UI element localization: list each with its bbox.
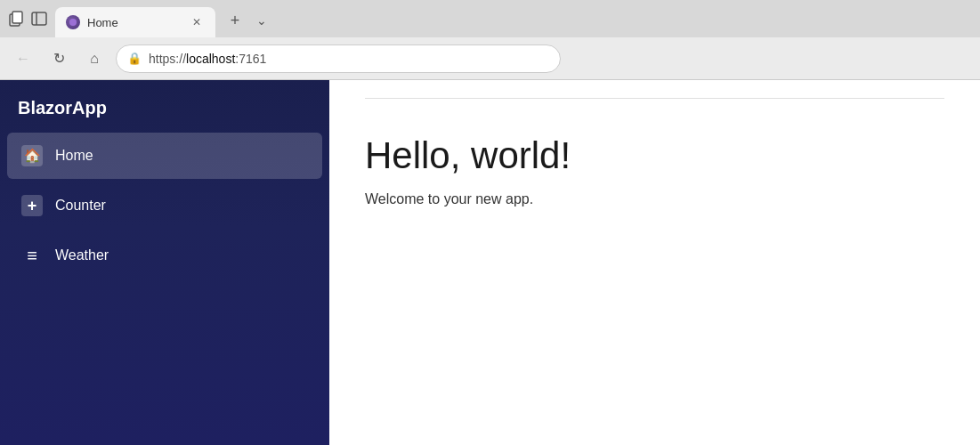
counter-icon: + <box>21 195 43 216</box>
sidebar-toggle-icon[interactable] <box>30 10 48 28</box>
sidebar-item-weather[interactable]: ≡ Weather <box>7 232 322 279</box>
sidebar: BlazorApp 🏠 Home + Counter ≡ Weather <box>0 80 329 445</box>
sidebar-item-counter[interactable]: + Counter <box>7 182 322 229</box>
url-host: localhost <box>186 52 235 66</box>
lock-icon: 🔒 <box>127 52 142 65</box>
new-tab-button[interactable]: + <box>223 8 247 33</box>
sidebar-item-home[interactable]: 🏠 Home <box>7 133 322 179</box>
back-button[interactable]: ← <box>9 44 37 73</box>
home-nav-button[interactable]: ⌂ <box>80 44 109 73</box>
main-content: Hello, world! Welcome to your new app. <box>329 80 980 445</box>
weather-icon: ≡ <box>21 245 43 266</box>
home-icon: 🏠 <box>21 145 43 166</box>
address-bar: ← ↻ ⌂ 🔒 https://localhost:7161 <box>0 37 980 80</box>
svg-rect-2 <box>32 12 46 25</box>
refresh-button[interactable]: ↻ <box>45 44 73 73</box>
url-bar[interactable]: 🔒 https://localhost:7161 <box>116 44 561 73</box>
tab-actions: + ⌄ <box>223 8 274 33</box>
active-tab[interactable]: Home ✕ <box>55 7 215 37</box>
sidebar-item-home-label: Home <box>55 148 93 164</box>
sidebar-item-weather-label: Weather <box>55 247 109 263</box>
sidebar-nav: 🏠 Home + Counter ≡ Weather <box>0 133 329 279</box>
page-heading: Hello, world! <box>365 134 944 177</box>
tab-bar: Home ✕ + ⌄ <box>0 0 980 37</box>
sidebar-item-counter-label: Counter <box>55 198 106 214</box>
url-text: https://localhost:7161 <box>149 52 266 66</box>
copy-pages-icon[interactable] <box>7 10 25 28</box>
page-subtitle: Welcome to your new app. <box>365 191 944 207</box>
app-container: BlazorApp 🏠 Home + Counter ≡ Weather Hel… <box>0 80 980 445</box>
tab-title: Home <box>87 16 182 29</box>
tab-close-button[interactable]: ✕ <box>189 14 205 30</box>
url-port: :7161 <box>235 52 266 66</box>
tab-favicon <box>66 15 80 29</box>
url-scheme: https:// <box>149 52 186 66</box>
top-divider <box>365 98 944 99</box>
browser-chrome: Home ✕ + ⌄ ← ↻ ⌂ 🔒 https://localhost:716… <box>0 0 980 80</box>
tab-dropdown-button[interactable]: ⌄ <box>249 8 274 33</box>
browser-icon-group <box>7 10 48 28</box>
svg-rect-1 <box>12 12 22 23</box>
app-title: BlazorApp <box>0 80 329 133</box>
